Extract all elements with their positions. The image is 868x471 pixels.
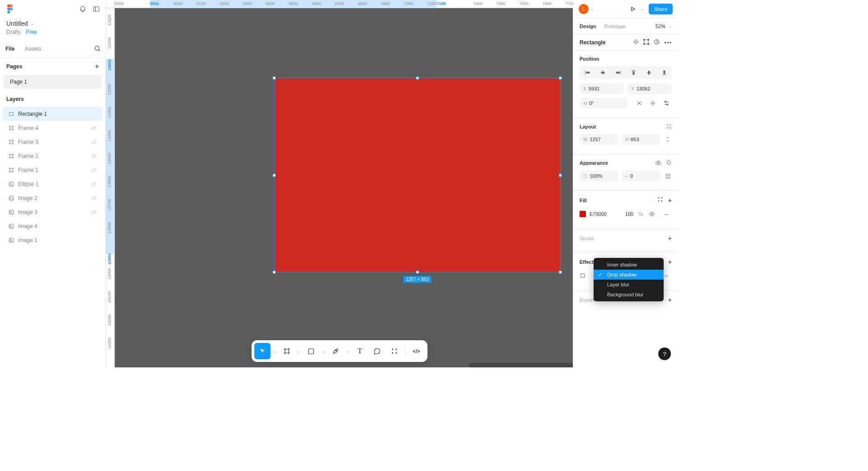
resize-handle-sw[interactable] bbox=[273, 271, 276, 274]
rotation-input[interactable]: ⟲0° bbox=[580, 98, 627, 109]
resize-handle-ne[interactable] bbox=[559, 76, 562, 80]
shape-tool-button[interactable] bbox=[303, 343, 319, 359]
align-hcenter-button[interactable] bbox=[595, 66, 610, 79]
present-icon[interactable] bbox=[630, 6, 636, 12]
present-chevron-icon[interactable]: ⌄ bbox=[641, 7, 644, 11]
canvas-h-scrollbar[interactable] bbox=[115, 363, 573, 367]
fill-styles-icon[interactable] bbox=[657, 196, 663, 204]
share-button[interactable]: Share bbox=[649, 4, 673, 14]
edit-icon[interactable] bbox=[654, 39, 660, 46]
effect-option[interactable]: Layer blur bbox=[594, 280, 664, 290]
radius-input[interactable]: ⌐0 bbox=[622, 171, 660, 181]
resize-handle-nw[interactable] bbox=[273, 76, 276, 80]
tab-design[interactable]: Design bbox=[580, 19, 596, 33]
more-transform-icon[interactable] bbox=[661, 98, 672, 109]
add-export-icon[interactable]: + bbox=[668, 296, 672, 304]
layer-row[interactable]: Frame 3 bbox=[3, 135, 103, 149]
canvas[interactable]: 5800593160006100620063006400650066006700… bbox=[106, 0, 573, 367]
component-icon[interactable] bbox=[633, 39, 639, 46]
tab-prototype[interactable]: Prototype bbox=[604, 19, 626, 33]
drafts-link[interactable]: Drafts bbox=[6, 29, 21, 35]
figma-menu-chevron-icon[interactable]: ⌄ bbox=[10, 7, 14, 11]
hidden-icon[interactable] bbox=[91, 181, 97, 187]
opacity-input[interactable]: ☐100% bbox=[580, 171, 618, 181]
flip-h-icon[interactable] bbox=[634, 98, 645, 109]
radius-detail-icon[interactable] bbox=[664, 171, 672, 181]
layer-row[interactable]: image 2 bbox=[3, 191, 103, 205]
zoom-control[interactable]: 52%⌄ bbox=[656, 24, 672, 29]
hidden-icon[interactable] bbox=[91, 153, 97, 159]
frame-selection-icon[interactable] bbox=[643, 39, 649, 46]
remove-fill-icon[interactable]: − bbox=[661, 209, 672, 219]
tab-assets[interactable]: Assets bbox=[24, 41, 42, 57]
help-button[interactable]: ? bbox=[658, 347, 671, 360]
hidden-icon[interactable] bbox=[91, 125, 97, 131]
page-item[interactable]: Page 1 bbox=[4, 75, 102, 89]
effects-dropdown[interactable]: Inner shadowDrop shadowLayer blurBackgro… bbox=[594, 258, 664, 301]
layer-row[interactable]: Frame 1 bbox=[3, 163, 103, 177]
align-left-button[interactable] bbox=[580, 66, 595, 79]
layer-row[interactable]: Frame 2 bbox=[3, 149, 103, 163]
add-page-icon[interactable]: + bbox=[95, 62, 99, 71]
effect-option[interactable]: Drop shadow bbox=[594, 270, 664, 280]
add-effect-icon[interactable]: + bbox=[668, 258, 672, 266]
avatar-chevron-icon[interactable]: ⌄ bbox=[590, 7, 594, 11]
layer-row[interactable]: Rectangle 1 bbox=[3, 107, 103, 121]
text-tool-button[interactable]: T bbox=[352, 343, 368, 359]
hidden-icon[interactable] bbox=[91, 195, 97, 201]
autolayout-icon[interactable] bbox=[666, 124, 672, 129]
fill-hex[interactable]: E70000 bbox=[590, 211, 607, 217]
resize-handle-w[interactable] bbox=[273, 174, 276, 177]
comment-tool-button[interactable] bbox=[369, 343, 385, 359]
hidden-icon[interactable] bbox=[91, 167, 97, 173]
more-icon[interactable]: ••• bbox=[664, 39, 672, 46]
frame-tool-dropdown[interactable]: ⌄ bbox=[296, 349, 302, 353]
effect-option[interactable]: Inner shadow bbox=[594, 260, 664, 270]
effect-type-icon[interactable] bbox=[580, 272, 586, 279]
fill-percent[interactable]: 100 bbox=[625, 211, 633, 217]
bell-icon[interactable] bbox=[79, 5, 86, 13]
pen-tool-dropdown[interactable]: ⌄ bbox=[344, 349, 351, 353]
blend-icon[interactable] bbox=[666, 160, 672, 166]
align-right-button[interactable] bbox=[610, 66, 626, 79]
resize-handle-se[interactable] bbox=[559, 271, 562, 274]
flip-v-icon[interactable] bbox=[647, 98, 658, 109]
move-tool-dropdown[interactable]: ⌄ bbox=[271, 349, 278, 353]
width-input[interactable]: W1257 bbox=[580, 134, 618, 145]
panel-toggle-icon[interactable] bbox=[93, 5, 100, 13]
constrain-icon[interactable] bbox=[664, 134, 672, 145]
align-bottom-button[interactable] bbox=[656, 66, 672, 79]
align-vcenter-button[interactable] bbox=[641, 66, 656, 79]
fill-visibility-icon[interactable] bbox=[646, 209, 657, 219]
pen-tool-button[interactable] bbox=[327, 343, 344, 359]
avatar[interactable]: L bbox=[579, 4, 589, 14]
resize-handle-e[interactable] bbox=[559, 174, 562, 177]
tab-file[interactable]: File bbox=[5, 41, 16, 57]
visibility-icon[interactable] bbox=[655, 160, 661, 166]
selected-rectangle[interactable] bbox=[274, 78, 561, 272]
add-fill-icon[interactable]: + bbox=[668, 196, 672, 204]
frame-tool-button[interactable] bbox=[278, 343, 295, 359]
file-title[interactable]: Untitled⌄ bbox=[0, 18, 105, 28]
layer-row[interactable]: image 3 bbox=[3, 205, 103, 219]
effect-option[interactable]: Background blur bbox=[594, 290, 664, 300]
layer-row[interactable]: image 4 bbox=[3, 219, 103, 233]
add-stroke-icon[interactable]: + bbox=[668, 234, 672, 242]
x-input[interactable]: X5931 bbox=[580, 83, 624, 94]
search-icon[interactable] bbox=[94, 45, 101, 52]
shape-tool-dropdown[interactable]: ⌄ bbox=[320, 349, 326, 353]
layer-row[interactable]: Ellipse 1 bbox=[3, 177, 103, 191]
align-top-button[interactable] bbox=[626, 66, 641, 79]
dev-mode-button[interactable]: </> bbox=[408, 343, 425, 359]
layer-row[interactable]: image 1 bbox=[3, 233, 103, 247]
y-input[interactable]: Y13052 bbox=[627, 83, 672, 94]
layer-row[interactable]: Frame 4 bbox=[3, 121, 103, 135]
free-badge[interactable]: Free bbox=[26, 29, 37, 35]
fill-swatch[interactable] bbox=[580, 211, 586, 217]
move-tool-button[interactable] bbox=[254, 343, 270, 359]
actions-tool-button[interactable] bbox=[386, 343, 402, 359]
hidden-icon[interactable] bbox=[91, 209, 97, 215]
height-input[interactable]: H853 bbox=[622, 134, 660, 145]
resize-handle-s[interactable] bbox=[416, 271, 419, 274]
resize-handle-n[interactable] bbox=[416, 76, 419, 80]
